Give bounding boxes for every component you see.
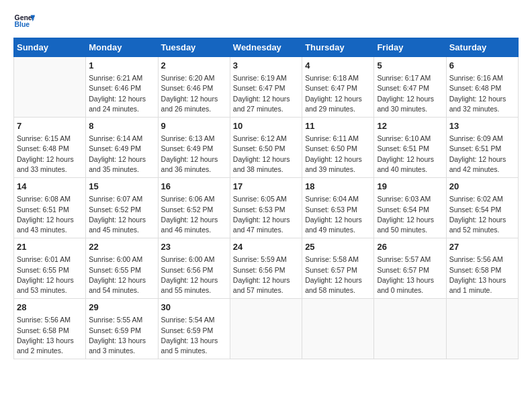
day-number: 23 — [161, 241, 227, 253]
day-number: 7 — [17, 120, 83, 132]
calendar-week-row: 28Sunrise: 5:56 AM Sunset: 6:58 PM Dayli… — [14, 299, 519, 359]
calendar-week-row: 7Sunrise: 6:15 AM Sunset: 6:48 PM Daylig… — [14, 118, 519, 178]
day-info: Sunrise: 5:58 AM Sunset: 6:57 PM Dayligh… — [305, 255, 371, 295]
calendar-week-row: 21Sunrise: 6:01 AM Sunset: 6:55 PM Dayli… — [14, 238, 519, 299]
calendar-cell: 5Sunrise: 6:17 AM Sunset: 6:47 PM Daylig… — [374, 57, 446, 118]
calendar-cell: 7Sunrise: 6:15 AM Sunset: 6:48 PM Daylig… — [14, 118, 86, 178]
day-number: 8 — [89, 120, 154, 132]
day-info: Sunrise: 6:14 AM Sunset: 6:49 PM Dayligh… — [89, 134, 154, 175]
weekday-header-sunday: Sunday — [14, 38, 86, 57]
day-info: Sunrise: 6:08 AM Sunset: 6:51 PM Dayligh… — [17, 194, 83, 235]
calendar-cell: 24Sunrise: 5:59 AM Sunset: 6:56 PM Dayli… — [230, 238, 302, 299]
day-number: 25 — [305, 241, 371, 253]
day-number: 16 — [161, 181, 227, 193]
day-number: 30 — [161, 302, 227, 314]
logo-icon: General Blue — [13, 11, 35, 32]
calendar-cell: 8Sunrise: 6:14 AM Sunset: 6:49 PM Daylig… — [86, 118, 158, 178]
calendar-cell: 10Sunrise: 6:12 AM Sunset: 6:50 PM Dayli… — [230, 118, 302, 178]
calendar-cell: 20Sunrise: 6:02 AM Sunset: 6:54 PM Dayli… — [446, 178, 518, 238]
calendar-cell: 12Sunrise: 6:10 AM Sunset: 6:51 PM Dayli… — [374, 118, 446, 178]
day-number: 9 — [161, 120, 227, 132]
day-number: 15 — [89, 181, 154, 193]
calendar-cell: 4Sunrise: 6:18 AM Sunset: 6:47 PM Daylig… — [302, 57, 374, 118]
day-info: Sunrise: 6:02 AM Sunset: 6:54 PM Dayligh… — [449, 194, 515, 235]
day-info: Sunrise: 6:19 AM Sunset: 6:47 PM Dayligh… — [233, 73, 299, 114]
day-number: 4 — [305, 60, 371, 72]
calendar-cell — [374, 299, 446, 359]
day-info: Sunrise: 6:00 AM Sunset: 6:55 PM Dayligh… — [89, 255, 154, 295]
calendar-cell: 25Sunrise: 5:58 AM Sunset: 6:57 PM Dayli… — [302, 238, 374, 299]
calendar-cell: 27Sunrise: 5:56 AM Sunset: 6:58 PM Dayli… — [446, 238, 518, 299]
calendar-week-row: 1Sunrise: 6:21 AM Sunset: 6:46 PM Daylig… — [14, 57, 519, 118]
calendar-cell: 21Sunrise: 6:01 AM Sunset: 6:55 PM Dayli… — [14, 238, 86, 299]
day-number: 5 — [377, 60, 443, 72]
day-number: 3 — [233, 60, 299, 72]
day-number: 18 — [305, 181, 371, 193]
calendar-cell: 23Sunrise: 6:00 AM Sunset: 6:56 PM Dayli… — [158, 238, 230, 299]
weekday-header-tuesday: Tuesday — [158, 38, 230, 57]
day-number: 26 — [377, 241, 443, 253]
day-number: 28 — [17, 302, 83, 314]
calendar-cell: 28Sunrise: 5:56 AM Sunset: 6:58 PM Dayli… — [14, 299, 86, 359]
calendar-cell: 14Sunrise: 6:08 AM Sunset: 6:51 PM Dayli… — [14, 178, 86, 238]
day-info: Sunrise: 5:57 AM Sunset: 6:57 PM Dayligh… — [377, 255, 443, 295]
calendar-cell — [230, 299, 302, 359]
weekday-header-monday: Monday — [86, 38, 158, 57]
day-number: 20 — [449, 181, 515, 193]
calendar-cell: 9Sunrise: 6:13 AM Sunset: 6:49 PM Daylig… — [158, 118, 230, 178]
calendar-week-row: 14Sunrise: 6:08 AM Sunset: 6:51 PM Dayli… — [14, 178, 519, 238]
calendar-cell: 2Sunrise: 6:20 AM Sunset: 6:46 PM Daylig… — [158, 57, 230, 118]
day-info: Sunrise: 5:56 AM Sunset: 6:58 PM Dayligh… — [449, 255, 515, 295]
calendar-table: SundayMondayTuesdayWednesdayThursdayFrid… — [13, 38, 519, 359]
weekday-header-friday: Friday — [374, 38, 446, 57]
weekday-header-wednesday: Wednesday — [230, 38, 302, 57]
day-info: Sunrise: 6:12 AM Sunset: 6:50 PM Dayligh… — [233, 134, 299, 175]
calendar-cell: 11Sunrise: 6:11 AM Sunset: 6:50 PM Dayli… — [302, 118, 374, 178]
day-number: 1 — [89, 60, 154, 72]
calendar-cell — [446, 299, 518, 359]
day-number: 21 — [17, 241, 83, 253]
day-info: Sunrise: 6:10 AM Sunset: 6:51 PM Dayligh… — [377, 134, 443, 175]
weekday-header-saturday: Saturday — [446, 38, 518, 57]
day-info: Sunrise: 6:11 AM Sunset: 6:50 PM Dayligh… — [305, 134, 371, 175]
day-info: Sunrise: 5:54 AM Sunset: 6:59 PM Dayligh… — [161, 315, 227, 356]
day-info: Sunrise: 5:56 AM Sunset: 6:58 PM Dayligh… — [17, 315, 83, 356]
calendar-cell: 13Sunrise: 6:09 AM Sunset: 6:51 PM Dayli… — [446, 118, 518, 178]
day-number: 14 — [17, 181, 83, 193]
day-info: Sunrise: 5:55 AM Sunset: 6:59 PM Dayligh… — [89, 315, 154, 356]
page-container: General Blue SundayMondayTuesdayWednesda… — [0, 0, 532, 366]
calendar-cell: 17Sunrise: 6:05 AM Sunset: 6:53 PM Dayli… — [230, 178, 302, 238]
calendar-cell: 3Sunrise: 6:19 AM Sunset: 6:47 PM Daylig… — [230, 57, 302, 118]
day-info: Sunrise: 6:21 AM Sunset: 6:46 PM Dayligh… — [89, 73, 154, 114]
weekday-header-thursday: Thursday — [302, 38, 374, 57]
day-number: 22 — [89, 241, 154, 253]
weekday-header-row: SundayMondayTuesdayWednesdayThursdayFrid… — [14, 38, 519, 57]
calendar-cell: 6Sunrise: 6:16 AM Sunset: 6:48 PM Daylig… — [446, 57, 518, 118]
calendar-cell: 26Sunrise: 5:57 AM Sunset: 6:57 PM Dayli… — [374, 238, 446, 299]
day-number: 19 — [377, 181, 443, 193]
calendar-cell: 19Sunrise: 6:03 AM Sunset: 6:54 PM Dayli… — [374, 178, 446, 238]
calendar-cell: 16Sunrise: 6:06 AM Sunset: 6:52 PM Dayli… — [158, 178, 230, 238]
day-number: 10 — [233, 120, 299, 132]
day-number: 29 — [89, 302, 154, 314]
day-info: Sunrise: 6:18 AM Sunset: 6:47 PM Dayligh… — [305, 73, 371, 114]
day-info: Sunrise: 6:00 AM Sunset: 6:56 PM Dayligh… — [161, 255, 227, 295]
day-info: Sunrise: 6:16 AM Sunset: 6:48 PM Dayligh… — [449, 73, 515, 114]
calendar-cell: 18Sunrise: 6:04 AM Sunset: 6:53 PM Dayli… — [302, 178, 374, 238]
day-info: Sunrise: 6:15 AM Sunset: 6:48 PM Dayligh… — [17, 134, 83, 175]
day-number: 17 — [233, 181, 299, 193]
day-number: 11 — [305, 120, 371, 132]
calendar-cell: 1Sunrise: 6:21 AM Sunset: 6:46 PM Daylig… — [86, 57, 158, 118]
day-info: Sunrise: 6:04 AM Sunset: 6:53 PM Dayligh… — [305, 194, 371, 235]
day-number: 12 — [377, 120, 443, 132]
calendar-cell — [14, 57, 86, 118]
day-info: Sunrise: 6:13 AM Sunset: 6:49 PM Dayligh… — [161, 134, 227, 175]
svg-text:Blue: Blue — [15, 21, 30, 28]
day-info: Sunrise: 6:05 AM Sunset: 6:53 PM Dayligh… — [233, 194, 299, 235]
day-number: 27 — [449, 241, 515, 253]
day-number: 6 — [449, 60, 515, 72]
day-number: 2 — [161, 60, 227, 72]
calendar-cell: 22Sunrise: 6:00 AM Sunset: 6:55 PM Dayli… — [86, 238, 158, 299]
day-info: Sunrise: 6:20 AM Sunset: 6:46 PM Dayligh… — [161, 73, 227, 114]
day-number: 13 — [449, 120, 515, 132]
